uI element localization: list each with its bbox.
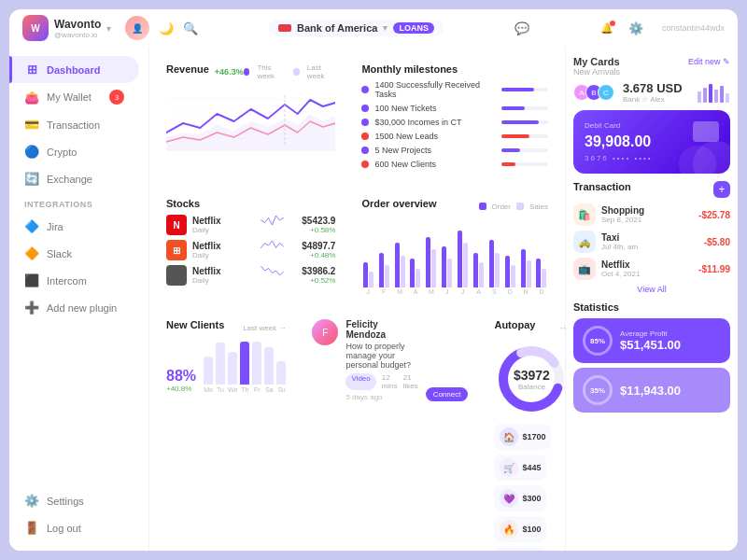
transaction-list: 🛍️ Shopping Sep 8, 2021 -$25.78 🚕 Taxi J…: [573, 203, 730, 280]
card-balance-sub: Bank ☆ Alex: [623, 95, 683, 104]
autopay-item-icon: 🔥: [500, 520, 518, 539]
milestone-dot: [361, 119, 369, 126]
avatar[interactable]: 👤: [125, 16, 149, 40]
clients-bar-label: Sa: [265, 386, 274, 393]
tx-icon: 🚕: [573, 231, 596, 253]
sidebar-item-add-plugin[interactable]: ➕ Add new plugin: [9, 294, 139, 321]
clients-bars: Mo Tu We Th Fr Sa Su: [204, 342, 286, 393]
tx-icon: 📺: [573, 258, 596, 280]
stock-change: +0.58%: [302, 226, 335, 234]
bank-selector[interactable]: Bank of America ▾ LOANS: [269, 20, 444, 36]
order-bar-group: A: [472, 253, 486, 295]
post-tag-video: Video: [345, 373, 375, 390]
nav-label-intercom: Intercom: [47, 275, 87, 287]
clients-stat: 88%: [166, 368, 196, 385]
clients-bar-wrap: Sa: [264, 342, 274, 393]
clients-bar: [228, 352, 237, 385]
post-meta: Video 12 mins 21 likes: [345, 373, 417, 390]
stock-sub: Daily: [192, 251, 244, 259]
sidebar-item-exchange[interactable]: 🔄 Exchange: [9, 165, 139, 192]
clients-bar: [204, 357, 213, 385]
clients-bar: [276, 361, 286, 385]
order-bar-group: M: [425, 237, 438, 295]
order-label: J: [445, 288, 449, 295]
sidebar-item-crypto[interactable]: 🔵 Crypto: [9, 138, 139, 165]
notification-icon[interactable]: 🔔: [600, 22, 613, 35]
statistics-title: Statistics: [573, 301, 730, 313]
svg-rect-9: [698, 91, 701, 103]
milestone-text: 1400 Successfully Received Tasks: [374, 80, 496, 99]
sidebar-item-slack[interactable]: 🔶 Slack: [9, 240, 139, 267]
nav-label-transaction: Transaction: [47, 119, 100, 131]
milestone-bar-wrap: [501, 106, 548, 110]
tx-info: Shopping Sep 8, 2021: [601, 205, 693, 224]
sidebar-item-jira[interactable]: 🔷 Jira: [9, 213, 139, 240]
sales-bar: [447, 259, 452, 287]
tx-name: Taxi: [601, 232, 698, 243]
autopay-title: Autopay: [494, 319, 535, 330]
sidebar-item-my-wallet[interactable]: 👛 My Wallet 3: [9, 83, 139, 111]
tx-icon: 🛍️: [573, 203, 596, 226]
stat-label: Average Profit: [620, 329, 721, 338]
stat-info: Average Profit $51,451.00: [620, 329, 721, 352]
order-bar: [521, 249, 526, 287]
milestone-bar-wrap: [501, 162, 548, 166]
edit-card-link[interactable]: Edit new ✎: [688, 57, 730, 66]
order-bar-group: N: [519, 249, 532, 295]
tx-date: Jul 4th, am: [601, 243, 698, 251]
nav-label-slack: Slack: [47, 248, 72, 259]
order-bar-group: D: [535, 259, 548, 295]
clients-bar-label: Tu: [217, 386, 224, 393]
chat-icon[interactable]: 💬: [514, 21, 529, 35]
milestone-text: 100 New Tickets: [374, 104, 496, 113]
nav-icon-dashboard: ⊞: [24, 63, 39, 77]
sidebar: ⊞ Dashboard 👛 My Wallet 3 💳 Transaction …: [9, 47, 149, 551]
legend-dot-this-week: [244, 68, 250, 76]
order-label: F: [382, 288, 386, 295]
gear-icon[interactable]: ⚙️: [628, 21, 643, 35]
nav-icon-my-wallet: 👛: [24, 91, 39, 105]
clients-bar: [240, 342, 249, 385]
new-clients-title: New Clients: [166, 319, 224, 330]
nav-icon-intercom: ⬛: [24, 273, 39, 287]
add-transaction-button[interactable]: +: [713, 181, 730, 198]
autopay-item-value: $300: [522, 494, 541, 503]
clients-bar-wrap: We: [228, 342, 237, 393]
statistics-section: Statistics 85% Average Profit $51,451.00…: [573, 301, 730, 417]
loans-badge[interactable]: LOANS: [393, 22, 434, 34]
sidebar-item-logout[interactable]: 🚪 Log out: [9, 514, 139, 541]
milestones-title: Monthly milestones: [361, 63, 548, 75]
sales-bar: [463, 243, 468, 287]
search-icon[interactable]: 🔍: [183, 21, 198, 35]
order-bar: [442, 246, 446, 287]
milestone-bar: [501, 106, 525, 110]
sidebar-item-settings[interactable]: ⚙️ Settings: [9, 487, 139, 514]
autopay-item-icon: 🏠: [500, 427, 518, 446]
sales-bar: [495, 253, 500, 287]
clients-bar-label: Th: [241, 386, 248, 393]
connect-button[interactable]: Connect: [426, 387, 469, 401]
milestone-bar: [501, 134, 529, 138]
logo-area: W Wavonto @wavonto.io ▾: [22, 15, 116, 41]
clients-bar-label: We: [228, 386, 237, 393]
svg-rect-10: [703, 88, 707, 103]
sidebar-item-intercom[interactable]: ⬛ Intercom: [9, 267, 139, 294]
svg-rect-11: [709, 84, 712, 103]
stock-info: Netflix Daily: [192, 241, 244, 259]
order-bar-group: A: [409, 259, 422, 295]
nav-icon-settings: ⚙️: [24, 494, 39, 508]
revenue-change: +46.3%: [215, 67, 244, 77]
post-time: 5 days ago: [345, 393, 417, 401]
post-content: Felicity Mendoza How to properly manage …: [345, 319, 417, 401]
autopay-item-value: $100: [522, 525, 541, 534]
svg-marker-4: [166, 114, 335, 151]
row-2: Stocks N Netflix Daily $5423.9 +0.58% ⊞ …: [157, 189, 557, 304]
bank-card-mini: A B C 3.678 USD Bank ☆ Alex: [573, 80, 730, 105]
stat-circle: 85%: [583, 326, 613, 356]
sidebar-item-transaction[interactable]: 💳 Transaction: [9, 111, 139, 138]
stock-logo: [166, 265, 187, 286]
moon-icon[interactable]: 🌙: [159, 21, 174, 35]
view-all-link[interactable]: View All: [573, 285, 730, 294]
sidebar-item-dashboard[interactable]: ⊞ Dashboard: [9, 56, 139, 83]
order-bar: [363, 262, 368, 287]
